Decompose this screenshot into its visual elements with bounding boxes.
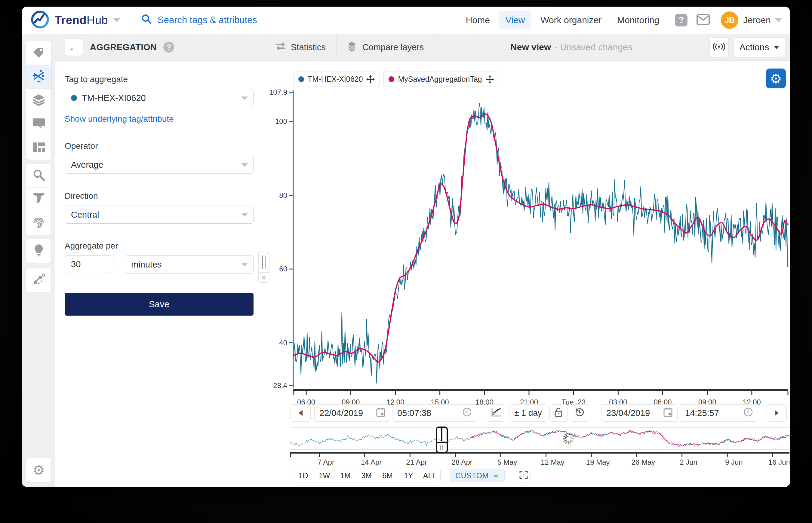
back-button[interactable]: ←: [65, 38, 83, 56]
sidebar-item-search[interactable]: [26, 164, 51, 187]
show-underlying-tag-link[interactable]: Show underlying tag/attribute: [65, 114, 253, 124]
direction-select[interactable]: Central: [65, 205, 253, 223]
comment-icon: [33, 118, 45, 130]
brand-caret-icon[interactable]: [113, 18, 120, 22]
start-date-value: 22/04/2019: [319, 408, 363, 418]
nav-link-work-organizer[interactable]: Work organizer: [534, 11, 608, 30]
legend-chip[interactable]: TM-HEX-XI0620: [293, 72, 380, 87]
actions-caret-icon: [774, 46, 779, 49]
splitter-handle[interactable]: ×: [258, 252, 269, 283]
tab-statistics-label: Statistics: [291, 42, 326, 52]
zoom-1y-button[interactable]: 1Y: [398, 469, 419, 482]
nav-link-view[interactable]: View: [499, 11, 531, 30]
direction-value: Central: [71, 210, 99, 220]
context-brush-handle[interactable]: [436, 427, 448, 453]
start-time-value: 05:07:38: [397, 408, 431, 418]
zoom-all-button[interactable]: ALL: [419, 469, 440, 482]
nav-link-home[interactable]: Home: [459, 11, 496, 30]
zoom-1w-button[interactable]: 1W: [314, 469, 335, 482]
nav-link-monitoring[interactable]: Monitoring: [611, 11, 666, 30]
end-time-field[interactable]: 14:25:57: [680, 404, 758, 422]
sidebar-item-dashboard[interactable]: [26, 136, 51, 160]
loading-spinner-icon: [562, 433, 575, 446]
sidebar-item-fingerprint[interactable]: [26, 211, 51, 235]
brand[interactable]: TrendHub: [22, 10, 128, 30]
interpolation-type-button[interactable]: [487, 404, 505, 422]
view-name: New view: [510, 42, 551, 52]
start-time-field[interactable]: 05:07:38: [392, 404, 477, 422]
next-period-button[interactable]: [766, 404, 787, 422]
history-button[interactable]: [570, 404, 589, 422]
operator-select[interactable]: Average: [65, 156, 253, 174]
collapse-panel-button[interactable]: ×: [259, 272, 269, 282]
trendhub-logo-icon: [31, 10, 49, 30]
svg-text:40: 40: [279, 339, 287, 347]
fullscreen-button[interactable]: [517, 469, 530, 483]
search-bar[interactable]: Search tags & attributes: [128, 13, 459, 27]
node-graph-icon: [33, 273, 45, 287]
aggregation-help-icon[interactable]: ?: [163, 42, 174, 53]
aggregate-value-input[interactable]: 30: [65, 255, 113, 273]
svg-text:60: 60: [279, 265, 287, 273]
aggregate-unit-select[interactable]: minutes: [125, 255, 253, 273]
chart-settings-button[interactable]: ⚙: [766, 69, 786, 88]
svg-text:107.9: 107.9: [269, 88, 287, 96]
chart-legend: TM-HEX-XI0620MySavedAggregationTag: [293, 72, 499, 87]
sidebar-group-trend: [25, 41, 52, 160]
live-broadcast-button[interactable]: [709, 37, 729, 57]
zoom-preset-group: 1D 1W 1M 3M 6M 1Y ALL: [293, 469, 441, 483]
sidebar-item-suggestions[interactable]: [26, 239, 51, 263]
series-color-dot: [389, 76, 394, 82]
tab-statistics[interactable]: Statistics: [264, 34, 337, 60]
chevron-right-icon: [775, 410, 779, 416]
save-button[interactable]: Save: [65, 293, 253, 315]
zoom-1d-button[interactable]: 1D: [293, 469, 314, 482]
legend-chip[interactable]: MySavedAggregationTag: [384, 72, 499, 87]
brush-grip-icon[interactable]: [436, 442, 448, 453]
aggregate-per-label: Aggregate per: [65, 241, 253, 251]
actions-button[interactable]: Actions: [734, 37, 785, 57]
aggregation-panel: Tag to aggregate TM-HEX-XI0620 Show unde…: [55, 61, 263, 487]
avatar[interactable]: JB: [721, 12, 738, 29]
view-status: - Unsaved changes: [554, 42, 633, 52]
sidebar-item-tags[interactable]: [26, 41, 51, 65]
navbar-divider: [714, 11, 714, 30]
calendar-icon: [664, 407, 672, 419]
user-menu-caret-icon[interactable]: [775, 18, 782, 22]
tab-compare-layers[interactable]: Compare layers: [337, 34, 433, 60]
drag-handle-icon[interactable]: [259, 252, 269, 272]
zoom-custom-button[interactable]: CUSTOM: [449, 469, 505, 483]
time-range-button[interactable]: ± 1 day: [509, 404, 547, 422]
svg-text:28 Apr: 28 Apr: [452, 458, 472, 466]
sidebar-item-settings[interactable]: ⚙: [26, 458, 51, 482]
svg-text:80: 80: [279, 191, 287, 199]
search-tool-icon: [33, 169, 45, 182]
messages-button[interactable]: [692, 6, 714, 34]
chevron-down-icon: [241, 163, 248, 167]
zoom-3m-button[interactable]: 3M: [356, 469, 377, 482]
layers-icon: [33, 94, 45, 107]
lightbulb-icon: [33, 244, 44, 258]
start-date-field[interactable]: 22/04/2019: [314, 404, 390, 422]
context-chart[interactable]: 7 Apr14 Apr21 Apr28 Apr5 May12 May19 May…: [290, 428, 790, 467]
help-button[interactable]: ?: [670, 6, 692, 34]
sidebar-item-layers[interactable]: [26, 89, 51, 112]
svg-text:14 Apr: 14 Apr: [361, 458, 382, 466]
statistics-icon: [275, 42, 286, 53]
chart-area: TM-HEX-XI0620MySavedAggregationTag ⚙ 28.…: [263, 61, 790, 487]
main-trend-chart[interactable]: 28.4406080100107.906:0009:0012:0015:0018…: [265, 76, 790, 407]
sidebar-group-search: [25, 163, 52, 235]
clock-icon: [743, 407, 753, 419]
sidebar-item-filter[interactable]: [26, 187, 51, 211]
tag-to-aggregate-select[interactable]: TM-HEX-XI0620: [65, 89, 253, 107]
end-date-field[interactable]: 23/04/2019: [601, 404, 677, 422]
zoom-1m-button[interactable]: 1M: [335, 469, 356, 482]
zoom-6m-button[interactable]: 6M: [377, 469, 398, 482]
sidebar-item-comments[interactable]: [26, 112, 51, 136]
sidebar-item-aggregation[interactable]: [26, 65, 51, 89]
time-navigation-bar: 22/04/2019 05:07:38 ± 1 day: [263, 404, 790, 422]
aggregation-icon: [33, 70, 45, 84]
previous-period-button[interactable]: [290, 404, 311, 422]
lock-timespan-button[interactable]: [549, 404, 567, 422]
sidebar-item-context-items[interactable]: [26, 268, 51, 292]
